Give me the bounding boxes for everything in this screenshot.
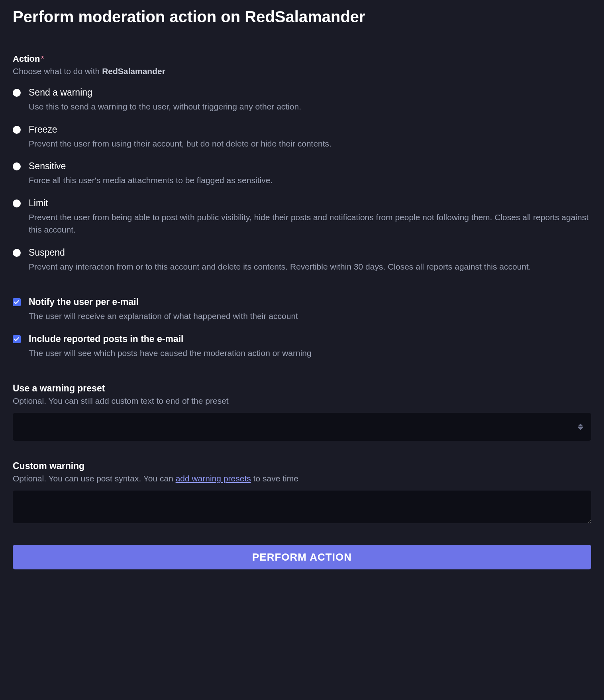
custom-hint-before: Optional. You can use post syntax. You c… [13, 474, 176, 483]
radio-input-sensitive[interactable] [13, 162, 21, 170]
custom-label: Custom warning [13, 461, 591, 471]
option-description: Use this to send a warning to the user, … [29, 100, 591, 113]
checkbox-title: Notify the user per e-mail [29, 297, 591, 307]
custom-warning-textarea[interactable] [13, 491, 591, 523]
preset-select-wrapper [13, 413, 591, 441]
option-description: Prevent any interaction from or to this … [29, 260, 591, 273]
option-description: Prevent the user from using their accoun… [29, 137, 591, 150]
option-content: Include reported posts in the e-mail The… [29, 334, 591, 360]
radio-option-freeze[interactable]: Freeze Prevent the user from using their… [13, 124, 591, 150]
option-description: Prevent the user from being able to post… [29, 211, 591, 236]
radio-option-suspend[interactable]: Suspend Prevent any interaction from or … [13, 247, 591, 273]
radio-input-suspend[interactable] [13, 249, 21, 257]
checkbox-description: The user will see which posts have cause… [29, 347, 591, 360]
option-title: Sensitive [29, 161, 591, 172]
option-title: Suspend [29, 247, 591, 258]
checkbox-input-include[interactable] [13, 335, 21, 343]
required-asterisk: * [41, 54, 44, 64]
radio-input-freeze[interactable] [13, 126, 21, 134]
checkbox-include-posts[interactable]: Include reported posts in the e-mail The… [13, 334, 591, 360]
action-hint: Choose what to do with RedSalamander [13, 66, 591, 76]
radio-option-sensitive[interactable]: Sensitive Force all this user's media at… [13, 161, 591, 187]
custom-section: Custom warning Optional. You can use pos… [13, 461, 591, 525]
option-content: Send a warning Use this to send a warnin… [29, 87, 591, 113]
radio-option-limit[interactable]: Limit Prevent the user from being able t… [13, 198, 591, 236]
option-title: Limit [29, 198, 591, 209]
checkbox-title: Include reported posts in the e-mail [29, 334, 591, 344]
checkbox-input-notify[interactable] [13, 298, 21, 306]
option-content: Freeze Prevent the user from using their… [29, 124, 591, 150]
option-title: Send a warning [29, 87, 591, 98]
action-field-group: Action* Choose what to do with RedSalama… [13, 54, 591, 273]
custom-hint-after: to save time [251, 474, 298, 483]
perform-action-button[interactable]: Perform Action [13, 545, 591, 569]
checkbox-description: The user will receive an explanation of … [29, 310, 591, 323]
preset-select[interactable] [13, 413, 591, 441]
radio-option-send-warning[interactable]: Send a warning Use this to send a warnin… [13, 87, 591, 113]
option-content: Sensitive Force all this user's media at… [29, 161, 591, 187]
option-content: Notify the user per e-mail The user will… [29, 297, 591, 323]
option-description: Force all this user's media attachments … [29, 174, 591, 187]
preset-hint: Optional. You can still add custom text … [13, 396, 591, 406]
radio-input-send-warning[interactable] [13, 89, 21, 97]
option-title: Freeze [29, 124, 591, 135]
preset-section: Use a warning preset Optional. You can s… [13, 383, 591, 441]
option-content: Limit Prevent the user from being able t… [29, 198, 591, 236]
action-hint-username: RedSalamander [102, 66, 165, 76]
page-title: Perform moderation action on RedSalamand… [13, 8, 591, 26]
add-presets-link[interactable]: add warning presets [176, 474, 251, 483]
checkbox-notify-email[interactable]: Notify the user per e-mail The user will… [13, 297, 591, 323]
custom-hint: Optional. You can use post syntax. You c… [13, 474, 591, 483]
action-label: Action [13, 54, 40, 64]
checkbox-group: Notify the user per e-mail The user will… [13, 297, 591, 359]
option-content: Suspend Prevent any interaction from or … [29, 247, 591, 273]
action-label-row: Action* [13, 54, 591, 64]
radio-input-limit[interactable] [13, 199, 21, 207]
action-hint-prefix: Choose what to do with [13, 66, 102, 76]
preset-label: Use a warning preset [13, 383, 591, 394]
